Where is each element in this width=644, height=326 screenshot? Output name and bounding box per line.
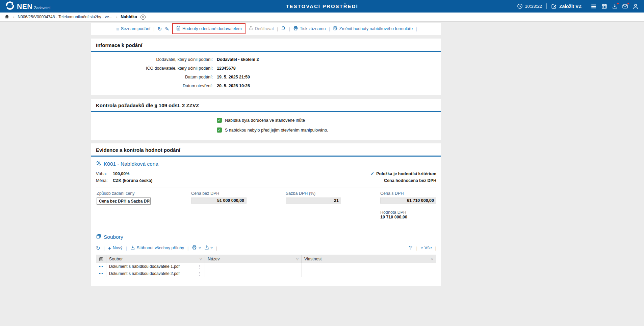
divider: |: [153, 26, 154, 31]
row-menu-cell: •••: [96, 270, 106, 277]
file-name[interactable]: Dokument s nabídkou dodavatele 2.pdf: [109, 271, 180, 276]
refresh-button[interactable]: ↻: [158, 26, 162, 31]
create-vz-button[interactable]: Založit VZ: [551, 3, 582, 9]
select-column-header[interactable]: [96, 255, 106, 263]
bell-icon: [281, 26, 286, 32]
criterion-icon: [96, 161, 101, 167]
name-cell: [205, 263, 302, 270]
filter-caret-icon[interactable]: ▽: [200, 257, 202, 261]
chevron-down-icon: ▼: [146, 200, 149, 203]
field-value: Dodavatel - školení 2: [217, 57, 259, 62]
file-name[interactable]: Dokument s nabídkou dodavatele 1.pdf: [109, 264, 180, 269]
column-header-nazev[interactable]: Název▽: [205, 255, 302, 263]
list-icon: ≡: [116, 26, 119, 31]
price-ex-vat-field: Cena bez DPH: [191, 191, 286, 219]
divider: |: [216, 246, 217, 251]
check-item: ✓ Nabídka byla doručena ve stanovené lhů…: [91, 115, 441, 125]
printer-icon: [192, 245, 197, 251]
cell-menu-icon[interactable]: ⋮: [198, 264, 202, 269]
files-toolbar: ↻ | + Nový | Stáhnout všechny přílohy | …: [91, 243, 441, 253]
menu-icon[interactable]: [591, 3, 597, 9]
price-inc-vat-input[interactable]: [380, 197, 436, 204]
name-cell: [205, 270, 302, 277]
field-row: Dodavatel, který učinil podání: Dodavate…: [91, 55, 441, 64]
filter-caret-icon[interactable]: ▽: [296, 257, 299, 261]
server-time: 10:33:22: [517, 3, 542, 9]
mail-icon[interactable]: [622, 3, 628, 9]
files-table: Soubor▽ Název▽ Vlastnost▽ ••• Dokument s…: [96, 255, 436, 277]
table-row[interactable]: ••• Dokument s nabídkou dodavatele 2.pdf…: [96, 270, 436, 277]
chevron-down-icon: ▽: [421, 247, 423, 250]
vat-rate-field: Sazba DPH (%): [286, 191, 380, 219]
calendar-icon[interactable]: [601, 3, 607, 9]
nen-logo-icon: [5, 1, 15, 11]
column-header-soubor[interactable]: Soubor▽: [106, 255, 205, 263]
vat-note: Cena hodnocena bez DPH: [384, 178, 436, 183]
new-file-button[interactable]: + Nový: [108, 245, 122, 251]
property-cell: [302, 270, 436, 277]
table-row[interactable]: ••• Dokument s nabídkou dodavatele 1.pdf…: [96, 263, 436, 270]
print-record-button[interactable]: Tisk záznamu: [293, 26, 326, 32]
record-toolbar: ≡ Seznam podání | ↻ ✎ Hodnoty odeslané d…: [91, 23, 441, 35]
close-tab-icon[interactable]: ✕: [140, 15, 146, 20]
change-form-values-button[interactable]: Změnit hodnoty nabídkového formuláře: [333, 26, 413, 32]
export-button[interactable]: ▽: [204, 245, 213, 251]
breadcrumb: › N006/25/V00004748 - Telekomunikační sl…: [0, 13, 644, 22]
home-icon[interactable]: [4, 14, 9, 20]
divider: |: [289, 26, 290, 31]
supplier-values-button[interactable]: Hodnoty odeslané dodavatelem: [176, 26, 242, 32]
divider: [546, 3, 547, 9]
price-ex-vat-input[interactable]: [191, 197, 247, 204]
field-label: Dodavatel, který učinil podání:: [91, 57, 213, 62]
divider: |: [416, 26, 417, 31]
vat-amount-field: Hodnota DPH 10 710 000,00: [380, 210, 436, 219]
brand-role: Zadavatel: [34, 6, 50, 10]
files-section-title: Soubory: [91, 230, 441, 243]
form-edit-icon: [333, 26, 338, 32]
user-icon[interactable]: [633, 3, 639, 9]
row-menu-icon[interactable]: •••: [99, 265, 103, 268]
view-all-button[interactable]: ▽ Vše: [421, 246, 432, 250]
notifications-button[interactable]: [281, 26, 286, 32]
price-entry-mode-field: Způsob zadání ceny Cena bez DPH a Sazba …: [97, 191, 191, 219]
column-header-vlastnost[interactable]: Vlastnost▽: [302, 255, 436, 263]
breadcrumb-contract-link[interactable]: N006/25/V00004748 - Telekomunikační služ…: [18, 15, 112, 19]
field-row: Datum otevření: 20. 5. 2025 10:25: [91, 82, 441, 90]
downloads-icon[interactable]: [612, 3, 618, 9]
compose-icon: [551, 3, 557, 9]
filter-button[interactable]: [408, 245, 413, 251]
section-submission-info: Informace k podání Dodavatel, který učin…: [91, 39, 441, 95]
divider: |: [435, 246, 436, 251]
cell-menu-icon[interactable]: ⋮: [198, 272, 202, 276]
refresh-icon: ↻: [96, 246, 100, 251]
field-label: Sazba DPH (%): [286, 191, 380, 196]
divider: |: [416, 246, 417, 251]
field-label: Cena s DPH: [380, 191, 436, 196]
price-entry-mode-select[interactable]: Cena bez DPH a Sazba DPH ▼: [97, 197, 151, 205]
check-icon: ✓: [370, 171, 374, 176]
brand[interactable]: NEN Zadavatel: [5, 1, 50, 11]
chevron-down-icon: ▽: [211, 247, 213, 250]
files-refresh-button[interactable]: ↻: [96, 246, 100, 251]
criterion-k001-title: K001 - Nabídková cena: [91, 157, 441, 170]
lock-icon: [249, 26, 253, 32]
field-value: 20. 5. 2025 10:25: [217, 84, 250, 88]
submissions-list-button[interactable]: ≡ Seznam podání: [116, 26, 150, 31]
file-cell: Dokument s nabídkou dodavatele 2.pdf ⋮: [106, 270, 205, 277]
field-label: Způsob zadání ceny: [97, 191, 191, 196]
vat-rate-input[interactable]: [286, 197, 341, 204]
divider: |: [187, 246, 188, 251]
section-requirements-check: Kontrola požadavků dle § 109 odst. 2 ZZV…: [91, 99, 441, 140]
edit-button[interactable]: ✎: [165, 26, 169, 31]
divider: |: [277, 26, 278, 31]
row-menu-icon[interactable]: •••: [99, 272, 103, 275]
criterion-note: ✓ Položka je hodnotící kritérium: [370, 171, 436, 176]
file-cell: Dokument s nabídkou dodavatele 1.pdf ⋮: [106, 263, 205, 270]
print-files-button[interactable]: ▽: [192, 245, 201, 251]
filter-caret-icon[interactable]: ▽: [431, 257, 433, 261]
section-evidence: Evidence a kontrola hodnot podání K001 -…: [91, 143, 441, 286]
weight-value: 100,00%: [113, 171, 129, 176]
divider: [586, 3, 586, 9]
export-icon: [204, 245, 209, 251]
download-all-button[interactable]: Stáhnout všechny přílohy: [130, 245, 184, 251]
